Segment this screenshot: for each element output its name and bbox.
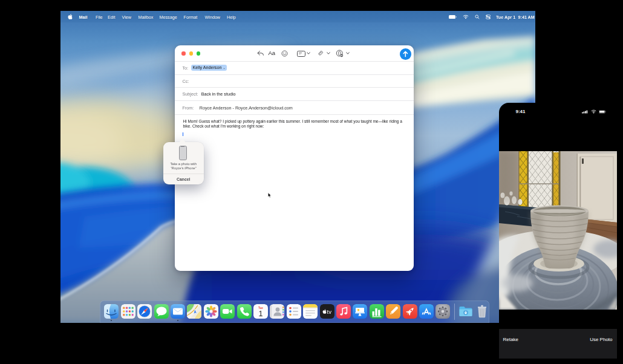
svg-text:1: 1: [259, 309, 263, 317]
svg-text:tv: tv: [327, 308, 331, 315]
